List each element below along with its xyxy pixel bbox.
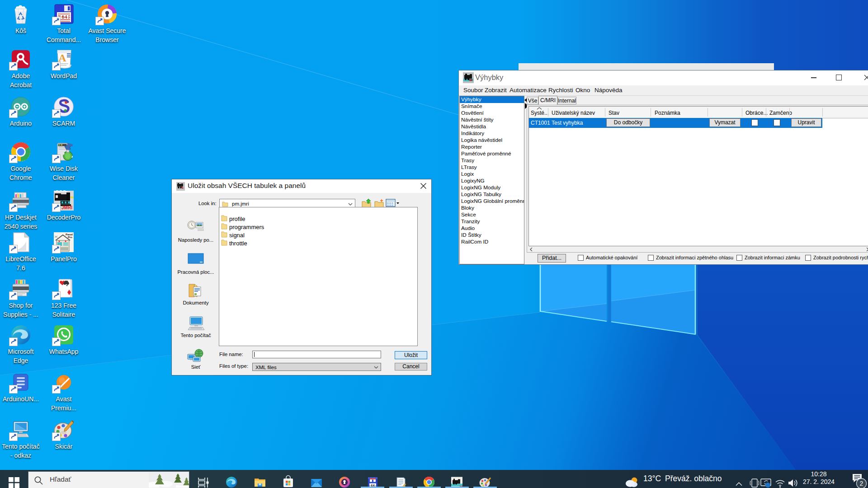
svg-text:JMRI: JMRI bbox=[61, 205, 72, 210]
svg-text:Pro: Pro bbox=[68, 236, 72, 239]
svg-text:2: 2 bbox=[860, 480, 863, 487]
